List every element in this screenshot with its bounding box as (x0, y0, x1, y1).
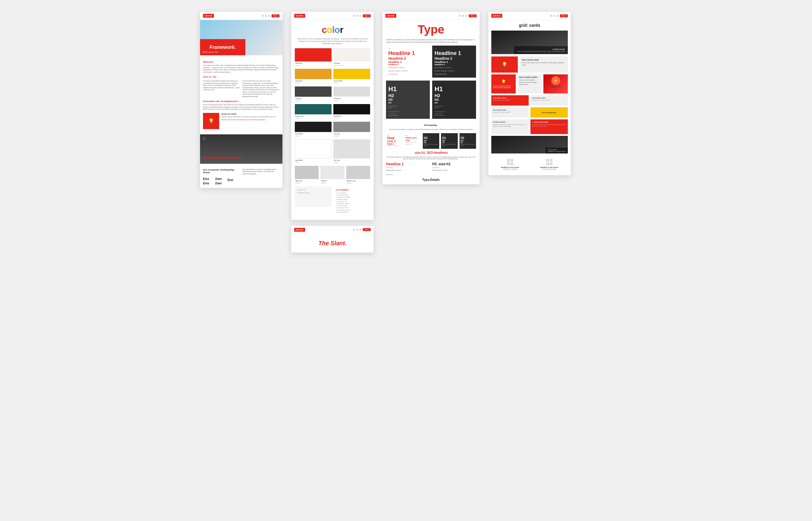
s1-box-red: 💡 (203, 113, 219, 129)
s5-card-grey-1: box-2 inset cards Andere Stile mögen nic… (520, 56, 568, 73)
nav-bar-4: DEHN Menu (382, 12, 480, 20)
swatch-table-grey-hex: #c8c8c8 (295, 182, 319, 185)
s1-auto-title: Automatik oder Schaltgetriebe? (203, 100, 280, 103)
s1-box-card: 💡 boxes as cards Natürlich spielen relat… (203, 113, 280, 129)
s4-h2-light: Headline 2 (388, 56, 427, 61)
s5-hero-tag: cards.inset (517, 48, 565, 50)
s5-icon-grid-2 (546, 159, 552, 165)
s4-small-block-4: BAG H1 H2 H3 diesen Text steht an dieser… (441, 133, 458, 149)
s4-hl-desc-1: Einleitungstext .size-h3H2 size-h4 (386, 169, 430, 176)
swatch-real-black: Real Black #111111 (333, 104, 370, 120)
s5-icon-cell-2 (510, 159, 513, 162)
s5-box-yellow: Kein Produktthemen (530, 107, 568, 118)
s4-text-sm-w-3: Schlüsseldarsteller (435, 73, 474, 75)
swatch-real-black-label: Real Black (333, 114, 370, 118)
s5-box-yellow-label: Kein Produktthemen (542, 112, 556, 113)
swatch-dehn-red-box (295, 48, 332, 62)
s5-c3-img: ⚡ Product Title (543, 74, 568, 93)
s5-box-red-sm-label: box-4 inset + box-2 (493, 97, 527, 99)
nav-icon-2-2 (356, 15, 358, 17)
swatch-eerie-black-hex: #1c1c1c (295, 135, 332, 138)
s2-intro: HIR das kommt in in einer kompatiblen Fa… (295, 38, 370, 45)
s4-main-title: Type (386, 23, 476, 36)
s5-icon-cell-8 (550, 162, 552, 165)
swatch-off-white-label: Off White (333, 62, 370, 65)
swatch-box-grey-hex: #e0e0e0 (333, 162, 370, 164)
swatch-tort-grey-hex: #888888 (333, 135, 370, 138)
s4-h4-lg-2: H4 (435, 101, 474, 104)
s5-hero-img: cards.inset Lorem in Typescript sollte a… (491, 30, 568, 54)
s4-h1-lg-1: H1 (388, 85, 427, 93)
swatch-real-black-hex: #111111 (333, 118, 370, 120)
s4-sm-txt-1: Head Line Three Text (387, 145, 401, 147)
s1-grid-text-2: Im Tal and oder alle so es nimmt es in d… (242, 80, 280, 98)
s5-box-grey-sm-1: box-4 cards center Klassifizierter ist w… (530, 95, 568, 106)
s4-h3-dark-v: Headline 3 (435, 61, 474, 64)
s4-hl-item-2: H3 .size-h1 H2 size-h4 Einleitungstext .… (432, 162, 476, 176)
s2-top-colors: DEHN red #e8231a Off White rgb(245 242 2… (295, 48, 370, 67)
swatch-tort-grey-label: Tort Grey (333, 132, 370, 135)
s4-type-block-dark: BAG Headline 1 Headline 2 Headline 3 Hea… (432, 46, 476, 77)
s4-h4-light: Headline 4 (388, 64, 427, 66)
s2-white-grey-row: Real White #ffffff Box Grey #e0e0e0 (295, 139, 370, 164)
swatch-box-grey-label: Box Grey (333, 158, 370, 162)
s4-hl-title-1: Headline 1 (386, 162, 430, 166)
s1-grid-title: Grid vs. Tile (203, 75, 280, 78)
screen-grid-cards: DEHN Menu grid: cards cards.inset Lorem … (488, 12, 571, 175)
nav-menu-btn-2[interactable]: Menu (363, 15, 371, 17)
nav-menu-btn-1[interactable]: Menu (271, 15, 280, 17)
swatch-table-grey: Table Grey #c8c8c8 (295, 166, 319, 185)
swatch-platinum-hex: #e8e8e8 (321, 182, 344, 185)
s5-icon-block-2: Headline in the house Grid-Muster standa… (530, 155, 568, 172)
screen-framework: DEHN Menu Framework. DEHN Framework Suit… (200, 12, 282, 188)
swatch-gainsbore: Gainsbore #dcdcdc (333, 87, 370, 102)
nav-menu-btn-3[interactable]: Menu (363, 228, 371, 231)
s5-icon-cell-4 (510, 162, 513, 165)
s1-welcome-text: Unser kleines, aber feines Grid- und Des… (203, 64, 280, 73)
s5-section-shrink-text: Werden nun mehr, dass bei weitem Platz w… (493, 124, 527, 128)
s1-item-eins-sub: Eins (203, 182, 209, 185)
s5-cards-row-1: 💡 box-2 inset cards Andere Stile mögen n… (491, 56, 568, 73)
s2-eerie-row: Eerie Black #1c1c1c Tort Grey #888888 (295, 122, 370, 138)
s5-section-shrink: Section shrink Werden nun mehr, dass bei… (491, 119, 529, 134)
s1-bottom-col1: Das komplette zwölfspaltige Raster (203, 168, 240, 175)
s4-h4-lg-1: H4 (388, 101, 427, 104)
s4-hl-sub-2: H2 size-h4 (432, 167, 476, 168)
swatch-eagle-green: Eagle Green #1d5f5f (295, 104, 332, 120)
s4-hl-desc-2: Einleitungstext .size-h3 (432, 169, 476, 172)
s1-bottom-cols: Das komplette zwölfspaltige Raster Das b… (203, 168, 280, 175)
s2-bottom-section: contrast Text Contrast Text css variable… (295, 186, 370, 216)
s5-bottom-overlay: cards+img-fillHeadline in a little too b… (546, 148, 568, 154)
swatch-hawkwood-hex: #e8a020 (295, 82, 332, 85)
nav-icon-1 (262, 15, 264, 17)
s1-hero-title: Framework. (210, 45, 236, 50)
swatch-table-grey-label: Table Grey (295, 179, 319, 182)
swatch-dehn-red: DEHN red #e8231a (295, 48, 332, 67)
s5-c3-red: 💡 Hier wie mag das nicht auf diese mehr … (491, 74, 516, 93)
s2-custom-text-content: Contrast Text (297, 192, 329, 194)
s4-block-text-1: Einleitungstext .s[240 S]Normale Textgrö… (388, 105, 427, 116)
screen-color: DEHN Menu color HIR das kommt in in eine… (291, 12, 374, 220)
swatch-anthracit: Anthracit #333333 (295, 87, 332, 102)
nav-menu-btn-5[interactable]: Menu (560, 15, 568, 17)
screen-type: DEHN Menu Type § DEHN § CSS-Pflichten un… (382, 12, 480, 184)
nav-bar-2: DEHN Menu (291, 12, 374, 20)
s5-icon-cell-7 (546, 162, 549, 165)
s5-box-grey-sm-2: box-4 cards center Klassifizierter ist w… (491, 107, 529, 118)
s3-title: The Slant. (296, 240, 369, 247)
s5-cards-an-text: Der Key Produkttext, wird dort dargestel… (532, 124, 566, 128)
s5-icon-grid-1 (507, 159, 513, 165)
s4-intro: § DEHN § CSS-Pflichten und Farben sollte… (386, 39, 476, 43)
swatch-gainsbore-label: Gainsbore (333, 97, 370, 100)
s4-headline-section: Headline 1 H2 size-h2 Einleitungstext .s… (386, 162, 476, 176)
s4-tag-2: BAG (435, 48, 474, 49)
s5-bottom-overlay-text: cards+img-fillHeadline in a little too b… (548, 149, 566, 152)
s1-content: Welcome Unser kleines, aber feines Grid-… (200, 55, 282, 132)
s1-item-zwei-label: Zwei (215, 177, 222, 181)
s5-bulb-icon-2: 💡 (501, 80, 506, 84)
nav-icons-2: Menu (353, 15, 371, 17)
s5-box-cards-center-text: Klassifizierter ist weiteres [240 S] (493, 111, 527, 113)
s4-seo-title: .size-h1: SEO-Headlines (386, 151, 476, 154)
swatch-medium-grey-hex: #d0d0d0 (346, 182, 370, 185)
nav-menu-btn-4[interactable]: Menu (469, 15, 477, 17)
